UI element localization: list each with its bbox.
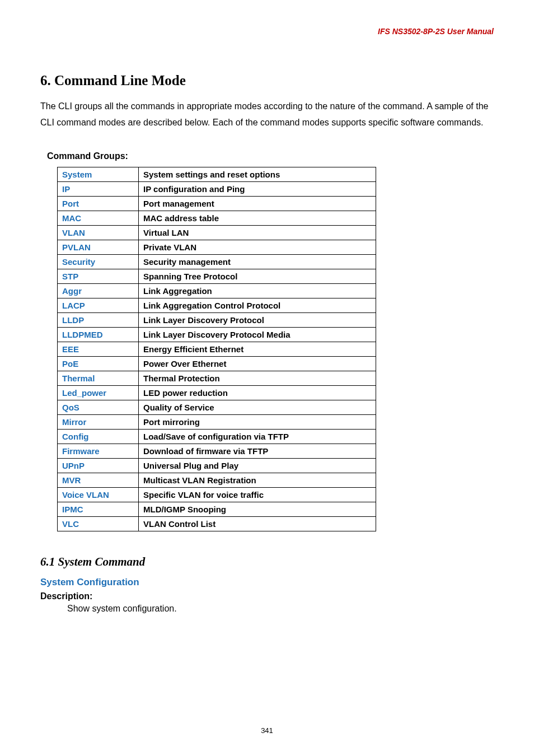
command-desc-cell: Security management bbox=[139, 254, 376, 269]
command-name-cell: MAC bbox=[58, 211, 139, 225]
table-row: PoEPower Over Ethernet bbox=[58, 356, 376, 371]
command-desc-cell: Energy Efficient Ethernet bbox=[139, 342, 376, 356]
command-name-cell: Aggr bbox=[58, 283, 139, 298]
table-row: UPnPUniversal Plug and Play bbox=[58, 458, 376, 473]
command-name-cell: QoS bbox=[58, 400, 139, 414]
table-row: IPIP configuration and Ping bbox=[58, 181, 376, 196]
table-row: MACMAC address table bbox=[58, 211, 376, 225]
table-row: MirrorPort mirroring bbox=[58, 414, 376, 429]
description-label: Description: bbox=[40, 591, 494, 601]
document-header-title: IFS NS3502-8P-2S User Manual bbox=[378, 27, 494, 36]
command-desc-cell: Link Aggregation bbox=[139, 283, 376, 298]
table-row: LLDPLink Layer Discovery Protocol bbox=[58, 312, 376, 327]
command-desc-cell: Universal Plug and Play bbox=[139, 458, 376, 473]
table-row: ThermalThermal Protection bbox=[58, 371, 376, 385]
command-desc-cell: Link Layer Discovery Protocol bbox=[139, 312, 376, 327]
section-title: 6. Command Line Mode bbox=[40, 73, 494, 88]
table-row: SystemSystem settings and reset options bbox=[58, 167, 376, 181]
command-name-cell: MVR bbox=[58, 473, 139, 487]
command-desc-cell: Virtual LAN bbox=[139, 225, 376, 240]
command-desc-cell: Link Aggregation Control Protocol bbox=[139, 298, 376, 312]
command-groups-label: Command Groups: bbox=[47, 151, 494, 161]
command-desc-cell: Multicast VLAN Registration bbox=[139, 473, 376, 487]
command-groups-tbody: SystemSystem settings and reset optionsI… bbox=[58, 167, 376, 531]
subsection-title: 6.1 System Command bbox=[40, 555, 494, 569]
section-intro-paragraph: The CLI groups all the commands in appro… bbox=[40, 99, 494, 131]
table-row: STPSpanning Tree Protocol bbox=[58, 269, 376, 283]
command-desc-cell: Port mirroring bbox=[139, 414, 376, 429]
command-desc-cell: VLAN Control List bbox=[139, 516, 376, 531]
command-name-cell: LLDPMED bbox=[58, 327, 139, 342]
command-desc-cell: Quality of Service bbox=[139, 400, 376, 414]
command-desc-cell: MLD/IGMP Snooping bbox=[139, 502, 376, 516]
command-name-cell: Config bbox=[58, 429, 139, 444]
command-name-cell: Firmware bbox=[58, 444, 139, 458]
table-row: FirmwareDownload of firmware via TFTP bbox=[58, 444, 376, 458]
command-name-cell: IP bbox=[58, 181, 139, 196]
command-name-cell: PVLAN bbox=[58, 240, 139, 254]
command-desc-cell: Spanning Tree Protocol bbox=[139, 269, 376, 283]
command-name-cell: Thermal bbox=[58, 371, 139, 385]
table-row: PVLANPrivate VLAN bbox=[58, 240, 376, 254]
table-row: AggrLink Aggregation bbox=[58, 283, 376, 298]
command-desc-cell: Specific VLAN for voice traffic bbox=[139, 487, 376, 502]
page-number: 341 bbox=[0, 726, 534, 735]
command-name-cell: Mirror bbox=[58, 414, 139, 429]
table-row: Voice VLANSpecific VLAN for voice traffi… bbox=[58, 487, 376, 502]
table-row: VLCVLAN Control List bbox=[58, 516, 376, 531]
command-name-cell: Voice VLAN bbox=[58, 487, 139, 502]
description-text: Show system configuration. bbox=[67, 604, 494, 614]
command-desc-cell: System settings and reset options bbox=[139, 167, 376, 181]
command-desc-cell: Load/Save of configuration via TFTP bbox=[139, 429, 376, 444]
command-name-cell: Security bbox=[58, 254, 139, 269]
table-row: LLDPMEDLink Layer Discovery Protocol Med… bbox=[58, 327, 376, 342]
command-name-cell: LACP bbox=[58, 298, 139, 312]
command-name-cell: VLAN bbox=[58, 225, 139, 240]
command-desc-cell: LED power reduction bbox=[139, 385, 376, 400]
table-row: IPMCMLD/IGMP Snooping bbox=[58, 502, 376, 516]
system-configuration-heading: System Configuration bbox=[40, 577, 494, 588]
command-name-cell: VLC bbox=[58, 516, 139, 531]
command-name-cell: Led_power bbox=[58, 385, 139, 400]
command-name-cell: STP bbox=[58, 269, 139, 283]
command-desc-cell: Private VLAN bbox=[139, 240, 376, 254]
table-row: SecuritySecurity management bbox=[58, 254, 376, 269]
table-row: MVRMulticast VLAN Registration bbox=[58, 473, 376, 487]
command-name-cell: LLDP bbox=[58, 312, 139, 327]
command-desc-cell: IP configuration and Ping bbox=[139, 181, 376, 196]
command-desc-cell: Link Layer Discovery Protocol Media bbox=[139, 327, 376, 342]
table-row: PortPort management bbox=[58, 196, 376, 211]
table-row: QoSQuality of Service bbox=[58, 400, 376, 414]
page-content: 6. Command Line Mode The CLI groups all … bbox=[40, 73, 494, 614]
table-row: ConfigLoad/Save of configuration via TFT… bbox=[58, 429, 376, 444]
command-name-cell: PoE bbox=[58, 356, 139, 371]
command-desc-cell: Port management bbox=[139, 196, 376, 211]
command-name-cell: IPMC bbox=[58, 502, 139, 516]
command-name-cell: Port bbox=[58, 196, 139, 211]
table-row: VLANVirtual LAN bbox=[58, 225, 376, 240]
table-row: LACPLink Aggregation Control Protocol bbox=[58, 298, 376, 312]
command-desc-cell: Download of firmware via TFTP bbox=[139, 444, 376, 458]
command-name-cell: EEE bbox=[58, 342, 139, 356]
command-name-cell: UPnP bbox=[58, 458, 139, 473]
command-desc-cell: MAC address table bbox=[139, 211, 376, 225]
command-desc-cell: Thermal Protection bbox=[139, 371, 376, 385]
command-name-cell: System bbox=[58, 167, 139, 181]
table-row: EEEEnergy Efficient Ethernet bbox=[58, 342, 376, 356]
command-desc-cell: Power Over Ethernet bbox=[139, 356, 376, 371]
command-groups-table: SystemSystem settings and reset optionsI… bbox=[57, 167, 376, 531]
table-row: Led_powerLED power reduction bbox=[58, 385, 376, 400]
